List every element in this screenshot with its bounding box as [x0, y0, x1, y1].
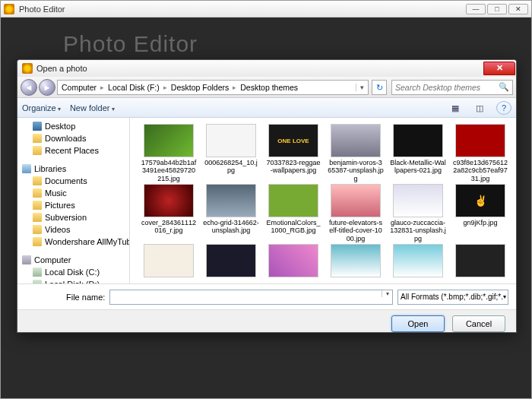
new-folder-button[interactable]: New folder	[70, 103, 115, 112]
breadcrumb-item[interactable]: Computer	[58, 83, 100, 92]
dialog-main: DesktopDownloadsRecent Places Libraries …	[17, 118, 516, 283]
sidebar-item-pictures[interactable]: Pictures	[17, 199, 129, 211]
help-button[interactable]: ?	[496, 101, 511, 115]
dialog-close-button[interactable]: ✕	[483, 62, 515, 75]
views-button[interactable]: ▦	[448, 101, 463, 115]
thumbnail-image	[206, 124, 256, 157]
filter-label: All Formats (*.bmp;*.dib;*.gif;*.	[401, 293, 503, 301]
dialog-filename-row: File name: ▾ All Formats (*.bmp;*.dib;*.…	[17, 283, 516, 309]
dialog-toolbar: Organize New folder ▦ ◫ ?	[17, 98, 516, 118]
thumbnail-label: 17579ab44b2b1af3491ee45829720215.jpg	[141, 159, 197, 182]
folder-icon	[33, 225, 42, 234]
thumbnail-image	[331, 184, 381, 217]
file-thumbnail[interactable]	[390, 244, 446, 279]
thumbnail-image	[206, 184, 256, 217]
file-thumbnail[interactable]: glauco-zuccaccia-132831-unsplash.jpg	[390, 184, 446, 242]
file-thumbnail[interactable]: 0006268254_10.jpg	[203, 124, 259, 182]
thumbnail-image	[144, 184, 194, 217]
sidebar-drive[interactable]: Local Disk (C:)	[17, 266, 129, 278]
thumbnail-image	[268, 184, 318, 217]
cancel-button[interactable]: Cancel	[452, 315, 505, 332]
filename-combobox[interactable]: ▾	[109, 290, 393, 305]
breadcrumb-bar[interactable]: Computer▸ Local Disk (F:)▸ Desktop Folde…	[57, 80, 369, 95]
thumbnail-label: Black-Metallic-Wallpapers-021.jpg	[390, 159, 446, 175]
filename-label: File name:	[66, 293, 105, 302]
thumbnail-image	[393, 244, 443, 277]
drive-icon	[33, 280, 42, 283]
breadcrumb-item[interactable]: Desktop Folders	[167, 83, 233, 92]
search-input[interactable]	[392, 83, 496, 92]
sidebar-item-wondershare-allmytube[interactable]: Wondershare AllMyTube	[17, 236, 129, 248]
sidebar-computer[interactable]: Computer	[17, 254, 129, 266]
sidebar-drive[interactable]: Local Disk (D:)	[17, 278, 129, 283]
computer-icon	[22, 255, 31, 264]
maximize-button[interactable]: □	[487, 4, 507, 14]
sidebar-libraries[interactable]: Libraries	[17, 163, 129, 175]
thumbnail-image	[455, 124, 505, 157]
folder-icon	[33, 201, 42, 210]
thumbnail-label: glauco-zuccaccia-132831-unsplash.jpg	[390, 219, 446, 242]
file-type-filter[interactable]: All Formats (*.bmp;*.dib;*.gif;*. ▾	[397, 290, 508, 305]
thumbnail-label: EmotionalColors_1000_RGB.jpg	[265, 219, 321, 235]
open-button[interactable]: Open	[391, 315, 445, 332]
file-thumbnail[interactable]: 17579ab44b2b1af3491ee45829720215.jpg	[141, 124, 197, 182]
file-thumbnail[interactable]: benjamin-voros-365387-unsplash.jpg	[328, 124, 384, 182]
sidebar-item-subversion[interactable]: Subversion	[17, 211, 129, 223]
thumbnail-label: 0006268254_10.jpg	[203, 159, 259, 175]
filename-input[interactable]	[110, 290, 380, 299]
file-list[interactable]: 17579ab44b2b1af3491ee45829720215.jpg0006…	[130, 118, 516, 283]
thumbnail-label: echo-grid-314662-unsplash.jpg	[203, 219, 259, 235]
nav-back-button[interactable]: ◄	[21, 79, 37, 96]
search-icon: 🔍	[496, 82, 512, 92]
folder-icon	[33, 213, 42, 222]
thumbnail-image	[455, 244, 505, 277]
thumbnail-image	[268, 244, 318, 277]
thumbnail-image	[144, 244, 194, 277]
refresh-button[interactable]: ↻	[372, 80, 387, 95]
nav-forward-button[interactable]: ►	[39, 79, 55, 96]
dialog-button-row: Open Cancel	[17, 309, 516, 333]
sidebar-tree[interactable]: DesktopDownloadsRecent Places Libraries …	[17, 118, 130, 283]
file-thumbnail[interactable]	[265, 244, 321, 279]
dialog-titlebar[interactable]: Open a photo ✕	[17, 60, 516, 77]
file-thumbnail[interactable]: ONE LOVE70337823-reggae-wallpapers.jpg	[265, 124, 321, 182]
filename-dropdown-icon[interactable]: ▾	[382, 290, 392, 297]
app-close-button[interactable]: ✕	[508, 4, 528, 14]
app-titlebar[interactable]: Photo Editor — □ ✕	[1, 1, 531, 17]
file-thumbnail[interactable]: future-elevators-self-titled-cover-1000.…	[328, 184, 384, 242]
file-thumbnail[interactable]: echo-grid-314662-unsplash.jpg	[203, 184, 259, 242]
sidebar-item-desktop[interactable]: Desktop	[17, 120, 129, 132]
file-thumbnail[interactable]: Black-Metallic-Wallpapers-021.jpg	[390, 124, 446, 182]
file-thumbnail[interactable]	[141, 244, 197, 279]
file-thumbnail[interactable]	[452, 244, 508, 279]
sidebar-item-downloads[interactable]: Downloads	[17, 132, 129, 144]
sidebar-item-music[interactable]: Music	[17, 187, 129, 199]
file-thumbnail[interactable]	[203, 244, 259, 279]
thumbnail-label: cover_284361112016_r.jpg	[141, 219, 197, 235]
minimize-button[interactable]: —	[466, 4, 486, 14]
folder-icon	[33, 188, 42, 198]
search-box[interactable]: 🔍	[391, 80, 513, 95]
file-thumbnail[interactable]: cover_284361112016_r.jpg	[141, 184, 197, 242]
open-file-dialog: Open a photo ✕ ◄ ► Computer▸ Local Disk …	[17, 59, 517, 333]
folder-icon	[33, 176, 42, 185]
breadcrumb-item[interactable]: Desktop themes	[236, 83, 302, 92]
organize-menu[interactable]: Organize	[22, 103, 61, 112]
sidebar-item-videos[interactable]: Videos	[17, 223, 129, 236]
chevron-down-icon: ▾	[503, 293, 506, 300]
file-thumbnail[interactable]: EmotionalColors_1000_RGB.jpg	[265, 184, 321, 242]
thumbnail-image	[144, 124, 194, 157]
breadcrumb-recent-dropdown[interactable]: ▾	[356, 84, 368, 91]
dialog-title: Open a photo	[36, 64, 87, 73]
thumbnail-image	[393, 184, 443, 217]
sidebar-item-documents[interactable]: Documents	[17, 175, 129, 187]
breadcrumb-item[interactable]: Local Disk (F:)	[104, 83, 163, 92]
file-thumbnail[interactable]	[328, 244, 384, 279]
sidebar-item-recent-places[interactable]: Recent Places	[17, 144, 129, 157]
file-thumbnail[interactable]: c93f8e13d6756122a82c9cb57eaf9731.jpg	[452, 124, 508, 182]
folder-icon	[33, 237, 42, 246]
file-thumbnail[interactable]: ✌gn9jKfp.jpg	[452, 184, 508, 242]
preview-pane-button[interactable]: ◫	[472, 101, 487, 115]
library-icon	[22, 164, 31, 173]
app-icon	[4, 4, 14, 14]
